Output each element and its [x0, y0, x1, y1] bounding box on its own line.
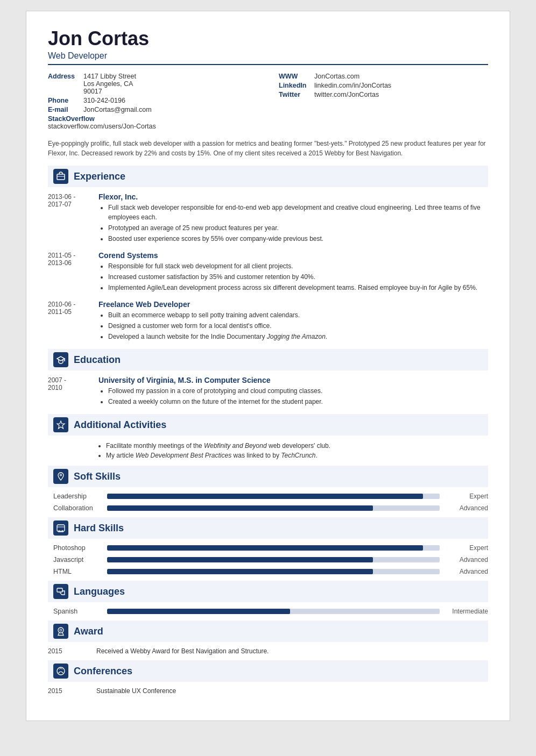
languages-icon: [53, 584, 68, 599]
email-label: E-mail: [48, 106, 80, 113]
stackoverflow-label: StackOverflow: [48, 115, 95, 123]
experience-date: 2011-05 - 2013-06: [48, 251, 96, 294]
experience-title: Experience: [74, 171, 125, 182]
www-value: JonCortas.com: [314, 73, 359, 80]
experience-date: 2010-06 - 2011-05: [48, 300, 96, 343]
bullet-item: Responsible for full stack web developme…: [108, 261, 488, 271]
svg-rect-10: [57, 588, 62, 592]
skill-row: CollaborationAdvanced: [48, 504, 488, 512]
additional-title: Additional Activities: [74, 419, 166, 431]
company-name: Freelance Web Developer: [98, 300, 488, 309]
education-section-header: Education: [48, 349, 488, 370]
svg-rect-0: [57, 174, 65, 180]
company-name: Flexor, Inc.: [98, 192, 488, 201]
bullet-item: Followed my passion in a core of prototy…: [108, 386, 488, 396]
experience-entry: 2010-06 - 2011-05Freelance Web Developer…: [48, 300, 488, 343]
bullet-item: Boosted user experience scores by 55% ov…: [108, 234, 488, 244]
svg-point-12: [60, 629, 62, 631]
skill-row: SpanishIntermediate: [48, 608, 488, 615]
hard-skills-rows: PhotoshopExpertJavascriptAdvancedHTMLAdv…: [48, 544, 488, 575]
additional-bullet: Facilitate monthly meetings of the Webfi…: [106, 441, 488, 451]
soft-skills-title: Soft Skills: [74, 471, 121, 482]
conference-entry: 2015Sustainable UX Conference: [48, 687, 488, 695]
skill-bar-background: [107, 494, 440, 499]
award-title: Award: [74, 626, 103, 637]
experience-bullets: Built an ecommerce webapp to sell potty …: [98, 310, 488, 341]
email-value: JonCortas@gmail.com: [83, 106, 152, 113]
hard-skills-title: Hard Skills: [74, 523, 124, 534]
linkedin-label: LinkedIn: [279, 82, 311, 89]
skill-bar-background: [107, 569, 440, 574]
soft-skills-rows: LeadershipExpertCollaborationAdvanced: [48, 493, 488, 512]
skill-bar-background: [107, 545, 440, 551]
skill-level: Advanced: [445, 504, 488, 512]
bullet-item: Built an ecommerce webapp to sell potty …: [108, 310, 488, 320]
experience-bullets: Responsible for full stack web developme…: [98, 261, 488, 293]
skill-bar-fill: [107, 545, 423, 551]
bullet-item: Prototyped an average of 25 new product …: [108, 223, 488, 233]
skill-bar-fill: [107, 557, 373, 562]
address-label: Address: [48, 73, 80, 95]
skill-level: Expert: [445, 493, 488, 500]
skill-name: Photoshop: [53, 544, 102, 552]
experience-icon: [53, 169, 68, 184]
company-name: Corend Systems: [98, 251, 488, 260]
skill-bar-background: [107, 505, 440, 511]
conferences-icon: [53, 664, 68, 679]
twitter-value: twitter.com/JonCortas: [314, 91, 379, 98]
skill-bar-fill: [107, 505, 373, 511]
www-row: WWW JonCortas.com: [279, 73, 488, 80]
soft-skills-section-header: Soft Skills: [48, 466, 488, 487]
email-row: E-mail JonCortas@gmail.com: [48, 106, 257, 113]
conference-entries: 2015Sustainable UX Conference: [48, 687, 488, 695]
svg-point-11: [58, 627, 64, 633]
experience-content: Freelance Web DeveloperBuilt an ecommerc…: [98, 300, 488, 343]
stackoverflow-row: StackOverflow stackoverflow.com/users/Jo…: [48, 115, 257, 130]
conference-text: Sustainable UX Conference: [96, 687, 488, 695]
award-text: Received a Webby Award for Best Navigati…: [96, 647, 488, 655]
skill-level: Advanced: [445, 568, 488, 575]
candidate-title: Web Developer: [48, 51, 488, 65]
languages-title: Languages: [74, 586, 125, 597]
skill-name: Collaboration: [53, 504, 102, 512]
languages-rows: SpanishIntermediate: [48, 608, 488, 615]
svg-point-4: [60, 474, 62, 476]
conferences-section-header: Conferences: [48, 660, 488, 682]
award-icon: [53, 624, 68, 639]
bullet-item: Increased customer satisfaction by 35% a…: [108, 272, 488, 282]
skill-level: Intermediate: [445, 608, 488, 615]
phone-row: Phone 310-242-0196: [48, 97, 257, 104]
skill-bar-fill: [107, 494, 423, 499]
experience-entry: 2011-05 - 2013-06Corend SystemsResponsib…: [48, 251, 488, 294]
education-entry: 2007 - 2010University of Virginia, M.S. …: [48, 376, 488, 408]
experience-entries: 2013-06 - 2017-07Flexor, Inc.Full stack …: [48, 192, 488, 343]
skill-row: JavascriptAdvanced: [48, 556, 488, 564]
conference-year: 2015: [48, 687, 96, 695]
education-icon: [53, 352, 68, 367]
twitter-label: Twitter: [279, 91, 311, 98]
resume-container: Jon Cortas Web Developer Address 1417 Li…: [26, 11, 510, 721]
award-entries: 2015Received a Webby Award for Best Navi…: [48, 647, 488, 655]
skill-row: HTMLAdvanced: [48, 568, 488, 575]
phone-value: 310-242-0196: [83, 97, 125, 104]
linkedin-row: LinkedIn linkedin.com/in/JonCortas: [279, 82, 488, 89]
additional-bullet: My article Web Development Best Practice…: [106, 451, 488, 460]
contact-grid: Address 1417 Libby Street Los Angeles, C…: [48, 73, 488, 133]
education-title: Education: [74, 354, 121, 366]
conferences-title: Conferences: [74, 666, 132, 677]
education-date: 2007 - 2010: [48, 376, 96, 408]
bullet-item: Developed a launch website for the Indie…: [108, 332, 488, 341]
award-year: 2015: [48, 647, 96, 655]
additional-icon: [53, 417, 68, 432]
education-entries: 2007 - 2010University of Virginia, M.S. …: [48, 376, 488, 408]
stackoverflow-value: stackoverflow.com/users/Jon-Cortas: [48, 123, 257, 130]
soft-skills-icon: [53, 469, 68, 484]
experience-bullets: Full stack web developer responsible for…: [98, 203, 488, 244]
skill-row: PhotoshopExpert: [48, 544, 488, 552]
award-entry: 2015Received a Webby Award for Best Navi…: [48, 647, 488, 655]
skill-name: Javascript: [53, 556, 102, 564]
bullet-item: Designed a customer web form for a local…: [108, 321, 488, 331]
skill-name: Leadership: [53, 493, 102, 500]
experience-section-header: Experience: [48, 166, 488, 187]
experience-content: Corend SystemsResponsible for full stack…: [98, 251, 488, 294]
